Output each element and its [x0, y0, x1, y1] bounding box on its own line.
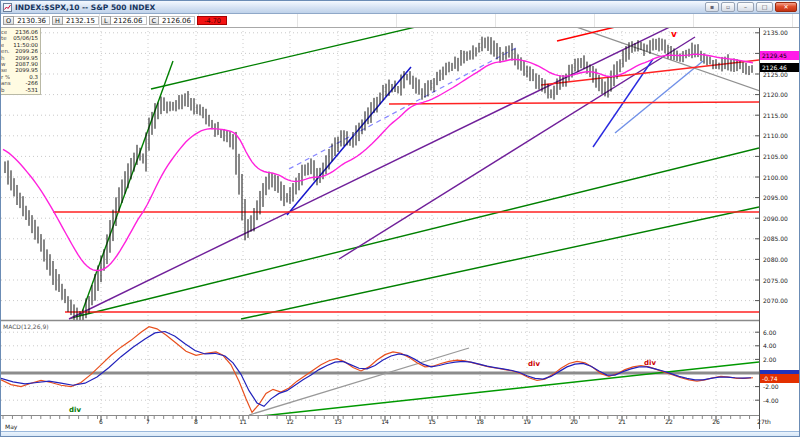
price-axis-label: 2070.00 — [763, 297, 788, 304]
window-controls: ▪ ▫ – □ ✕ — [705, 2, 797, 12]
date-tick-label: 21 — [618, 418, 626, 425]
close-button[interactable]: ✕ — [775, 2, 797, 12]
macd-axis-label: 4.00 — [763, 342, 776, 349]
date-tick-label: 27th — [757, 418, 771, 425]
price-axis-label: 2135.00 — [763, 29, 788, 36]
quote-field-value: 2132.15 — [63, 16, 99, 25]
price-axis-label: 2100.00 — [763, 174, 788, 181]
macd-panel — [1, 327, 759, 418]
price-axis-label: 2080.00 — [763, 256, 788, 263]
quote-field-label: L — [101, 16, 111, 25]
quote-field-label: O — [3, 16, 14, 25]
price-axis-label: 2085.00 — [763, 235, 788, 242]
data-window-row: b-531 — [1, 87, 38, 93]
ma-value-tag: 2129.45 — [760, 51, 800, 60]
app-icon — [3, 3, 12, 12]
annotation-div: div — [69, 406, 81, 414]
maximize-button[interactable]: □ — [756, 2, 773, 12]
price-axis-label: 2115.00 — [763, 112, 788, 119]
horizontal-scrollbar[interactable] — [1, 431, 799, 437]
indicator-label: MACD(12,26,9) — [3, 323, 49, 330]
date-tick-label: 13 — [334, 418, 342, 425]
last-price-tag: 2126.46 — [760, 63, 800, 72]
macd-axis-label: -4.00 — [763, 397, 779, 404]
macd-value-tag: -0.74 — [760, 374, 800, 383]
quote-field-value: 2130.36 — [14, 16, 50, 25]
price-axis-label: 2090.00 — [763, 215, 788, 222]
date-tick-label: 11 — [239, 418, 247, 425]
date-tick-label: 12 — [286, 418, 294, 425]
net-change-badge: -4.70 — [197, 16, 227, 25]
quote-field-label: C — [149, 16, 160, 25]
macd-axis-label: -2.00 — [763, 383, 779, 390]
quote-field-value: 2126.06 — [159, 16, 195, 25]
main-panel — [3, 3, 766, 321]
date-tick-label: 15 — [428, 418, 436, 425]
moving-average-line — [3, 54, 753, 270]
annotation-div: div — [528, 360, 540, 368]
data-window-panel: ce2136.06te05/06/15e11:50:00en.2099.26h2… — [1, 28, 41, 95]
macd-axis-label: 2.00 — [763, 356, 776, 363]
quote-toolbar: O2130.36H2132.15L2126.06C2126.06-4.70 — [1, 14, 799, 28]
price-axis-label: 2120.00 — [763, 91, 788, 98]
date-tick-label: 26 — [712, 418, 720, 425]
aux-button-1[interactable]: ▪ — [705, 2, 719, 12]
aux-button-2[interactable]: ▫ — [721, 2, 735, 12]
annotation-div: div — [644, 359, 656, 367]
price-axis-label: 2105.00 — [763, 153, 788, 160]
month-label: May — [5, 423, 17, 430]
window-title: INDEX:$SPX,10 -- S&P 500 INDEX — [15, 3, 155, 12]
macd-line — [1, 327, 753, 413]
price-axis-label: 2075.00 — [763, 277, 788, 284]
macd-axis-label: 6.00 — [763, 329, 776, 336]
date-tick-label: 8 — [194, 418, 198, 425]
quote-field-c: C2126.06 — [149, 16, 196, 25]
price-axis-label: 2110.00 — [763, 132, 788, 139]
date-tick-label: 18 — [476, 418, 484, 425]
quote-field-h: H2132.15 — [52, 16, 99, 25]
date-tick-label: 14 — [381, 418, 389, 425]
annotation-v: v — [671, 29, 677, 39]
date-tick-label: 22 — [665, 418, 673, 425]
minimize-button[interactable]: – — [737, 2, 754, 12]
date-tick-label: 19 — [523, 418, 531, 425]
price-axis-label: 2095.00 — [763, 194, 788, 201]
signal-line — [1, 332, 751, 407]
quote-field-l: L2126.06 — [101, 16, 147, 25]
chart-window: INDEX:$SPX,10 -- S&P 500 INDEX ▪ ▫ – □ ✕… — [0, 0, 800, 437]
date-tick-label: 7 — [146, 418, 150, 425]
titlebar: INDEX:$SPX,10 -- S&P 500 INDEX ▪ ▫ – □ ✕ — [1, 1, 799, 14]
quote-field-label: H — [52, 16, 63, 25]
date-tick-label: 6 — [99, 418, 103, 425]
quote-field-value: 2126.06 — [111, 16, 147, 25]
date-tick-label: 20 — [570, 418, 578, 425]
chart-canvas: vdivdivdiv — [1, 1, 800, 437]
quote-field-o: O2130.36 — [3, 16, 50, 25]
